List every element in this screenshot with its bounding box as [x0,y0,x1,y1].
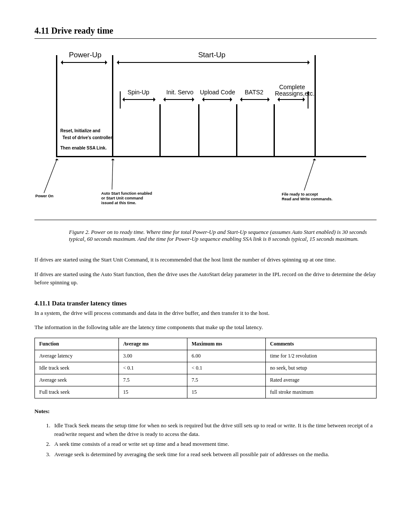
para-auto-start: If drives are started using the Auto Sta… [34,270,377,287]
sub-complete-label-2: Reassigns,etc. [275,90,314,97]
latency-para-2: The information in the following table a… [34,323,377,332]
table-row: Average seek 7.5 7.5 Rated average [35,374,377,386]
latency-table: Function Average ms Maximum ms Comments … [34,338,377,398]
callout-ready-1: File ready to accept [282,192,318,196]
th-comments: Comments [265,338,376,350]
latency-para-1: In a system, the drive will process comm… [34,309,377,317]
th-avg: Average ms [118,338,187,350]
subheading-latency: 4.11.1 Data transfer latency times [34,300,377,307]
callout-auto-2: or Start Unit command [101,196,143,200]
th-function: Function [35,338,119,350]
box-text-3: Then enable SSA Link. [60,146,106,150]
th-max: Maximum ms [187,338,265,350]
svg-line-1 [112,159,113,190]
table-row: Average latency 3.00 6.00 time for 1/2 r… [35,350,377,362]
box-text-1: Reset, Initialize and [60,128,100,133]
power-up-diagram: Power-Up Start-Up Spin-Up Init. Servo Up… [39,44,375,216]
section-title: Drive ready time [51,26,113,35]
rule-top [34,38,377,39]
note-item: A seek time consists of a read or write … [52,440,377,448]
callout-poweron: Power On [35,194,53,198]
table-header-row: Function Average ms Maximum ms Comments [35,338,377,350]
svg-line-0 [44,159,57,193]
box-text-2: Test of drive's controller. [62,135,113,140]
sub-servo-label: Init. Servo [166,89,193,96]
note-item: Average seek is determined by averaging … [52,450,377,459]
table-row: Full track seek 15 15 full stroke maximu… [35,386,377,398]
phase-start-up-label: Start-Up [198,51,225,59]
callout-auto-1: Auto Start function enabled [101,191,152,196]
section-number: 4.11 [34,26,49,35]
figure-caption: Figure 2. Power on to ready time. Where … [69,229,377,243]
rule-after-diagram [34,220,377,220]
table-row: Idle track seek < 0.1 < 0.1 no seek, but… [35,362,377,374]
para-start-unit: If drives are started using the Start Un… [34,255,377,264]
callout-ready-2: Read and Write commands. [282,197,333,201]
note-item: Idle Track Seek means the setup time for… [52,421,377,438]
notes-label: Notes: [34,408,50,414]
phase-power-up-label: Power-Up [69,51,102,59]
callout-auto-3: issued at this time. [101,201,136,205]
sub-upload-label: Upload Code [200,89,235,96]
svg-line-2 [304,159,314,190]
sub-complete-label-1: Complete [279,84,305,90]
sub-bats2-label: BATS2 [245,89,263,96]
notes-list: Idle Track Seek means the setup time for… [34,421,377,458]
sub-spinup-label: Spin-Up [128,89,149,96]
